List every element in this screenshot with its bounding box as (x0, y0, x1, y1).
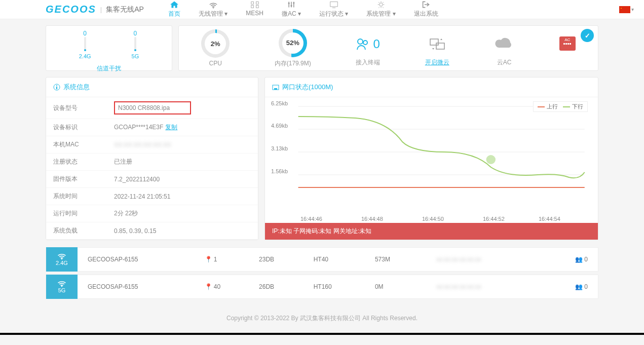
metric-mem-label: 内存(179.9M) (275, 59, 311, 68)
svg-rect-18 (56, 87, 57, 89)
wifi-mac: xx:xx:xx:xx:xx:xx (433, 256, 550, 263)
logout-icon (421, 1, 431, 9)
wifi-row-24g[interactable]: 2.4G GECOOSAP-6155 📍 1 23DB HT40 573M xx… (46, 247, 598, 272)
svg-rect-4 (256, 6, 258, 8)
metric-microcloud[interactable]: 开启微云 (425, 30, 449, 67)
copy-link[interactable]: 复制 (165, 124, 177, 131)
sliders-icon (286, 1, 296, 9)
microcloud-link[interactable]: 开启微云 (425, 58, 449, 67)
sysinfo-devid-key: 设备标识 (46, 119, 107, 136)
metric-ac[interactable]: AC (559, 30, 576, 66)
svg-rect-20 (274, 88, 277, 90)
interf-title: 信道干扰 (97, 64, 121, 73)
wifi-list: 2.4G GECOOSAP-6155 📍 1 23DB HT40 573M xx… (46, 247, 598, 299)
metrics-card: ✓ 2% CPU 52% 内存(179.9M) 0 接入终端 开启微云 (178, 25, 598, 71)
metric-cloudac-label: 云AC (494, 58, 514, 67)
port-icon (272, 84, 279, 91)
flag-cn-icon (619, 6, 630, 13)
sysinfo-model-val: N3000 CR8808.ipa (107, 97, 258, 119)
y-tick-3: 1.56kb (271, 168, 288, 174)
nav-microac-label: 微AC ▾ (282, 10, 301, 17)
wifi-users: 👥 0 (550, 256, 598, 263)
nav-wireless[interactable]: 无线管理 ▾ (190, 1, 237, 18)
nav-mesh[interactable]: MESH (237, 1, 273, 18)
channel-interference-card: 0 2.4G 0 5G 信道干扰 (46, 25, 172, 71)
sysinfo-devid-val: GCOAP****14E3F复制 (107, 119, 258, 136)
cpu-donut: 2% (201, 29, 230, 58)
wifi-icon (208, 1, 218, 9)
y-tick-0: 6.25kb (271, 100, 288, 106)
home-icon (169, 1, 179, 9)
svg-rect-14 (430, 39, 438, 45)
x-tick-1: 16:44:48 (361, 216, 383, 222)
nav-logout[interactable]: 退出系统 (405, 1, 447, 18)
chevron-down-icon: ▾ (631, 7, 634, 12)
mesh-icon (250, 1, 260, 9)
metric-clients[interactable]: 0 接入终端 (356, 30, 380, 67)
interf-24g-bar (84, 37, 86, 51)
users-icon (356, 37, 371, 51)
sysinfo-load-val: 0.85, 0.39, 0.15 (107, 222, 258, 240)
nav-home[interactable]: 首页 (159, 1, 190, 18)
brand-subtitle: 集客无线AP (106, 5, 144, 14)
metric-cpu-label: CPU (201, 60, 230, 67)
ac-badge-icon: AC (559, 36, 576, 51)
metric-ac-label (559, 59, 576, 66)
monitor-icon (329, 1, 339, 9)
svg-rect-1 (251, 2, 253, 4)
sysinfo-load-key: 系统负载 (46, 222, 107, 240)
brand-separator: | (100, 6, 102, 13)
sysinfo-reg-key: 注册状态 (46, 154, 107, 171)
wifi-rate: 0M (372, 283, 433, 290)
interf-24g-label: 2.4G (79, 53, 91, 59)
svg-rect-10 (619, 6, 630, 13)
netstat-status: IP:未知 子网掩码:未知 网关地址:未知 (265, 223, 598, 240)
svg-point-12 (358, 39, 363, 44)
wifi-channel: 📍 40 (202, 283, 256, 290)
nav-sysmgmt-label: 系统管理 ▾ (366, 10, 395, 17)
user-icon: 👥 (575, 256, 583, 263)
svg-point-28 (61, 286, 63, 287)
wifi-ssid: GECOOSAP-6155 (78, 256, 202, 263)
chart-svg (267, 101, 590, 198)
wifi-mac: xx:xx:xx:xx:xx:xx (433, 283, 550, 290)
y-tick-1: 4.69kb (271, 123, 288, 129)
svg-rect-15 (436, 43, 444, 49)
chart-marker (486, 155, 496, 164)
wifi-ht: HT40 (311, 256, 372, 263)
x-tick-0: 16:44:46 (300, 216, 322, 222)
interf-5g-bar (134, 37, 136, 51)
nav-runstate[interactable]: 运行状态 ▾ (310, 1, 357, 18)
sysinfo-time-val: 2022-11-24 21:05:51 (107, 188, 258, 205)
wifi-row-5g[interactable]: 5G GECOOSAP-6155 📍 40 26DB HT160 0M xx:x… (46, 275, 598, 299)
x-tick-2: 16:44:50 (422, 216, 444, 222)
nav-microac[interactable]: 微AC ▾ (273, 1, 310, 18)
wifi-db: 26DB (256, 283, 311, 290)
sync-icon (428, 37, 446, 51)
wifi-badge-24g: 2.4G (46, 247, 78, 272)
y-tick-2: 3.13kb (271, 145, 288, 151)
metric-cloudac[interactable]: 云AC (494, 30, 514, 67)
sysinfo-model-key: 设备型号 (46, 97, 107, 119)
check-badge-icon[interactable]: ✓ (581, 29, 594, 42)
wifi-db: 23DB (256, 256, 311, 263)
svg-point-17 (56, 85, 57, 86)
nav-sysmgmt[interactable]: 系统管理 ▾ (357, 1, 404, 18)
netstat-panel: 网口状态(1000M) 上行 下行 (264, 77, 598, 240)
metric-memory: 52% 内存(179.9M) (275, 29, 311, 68)
svg-rect-8 (330, 2, 337, 7)
svg-rect-2 (256, 2, 258, 4)
x-tick-4: 16:44:54 (539, 216, 560, 222)
clients-count: 0 (373, 37, 380, 51)
language-switch[interactable]: ▾ (619, 6, 634, 13)
topbar: GECOOS | 集客无线AP 首页 无线管理 ▾ MESH 微AC ▾ 运行状… (0, 0, 644, 19)
nav-runstate-label: 运行状态 ▾ (319, 10, 348, 17)
chart-legend: 上行 下行 (533, 101, 588, 112)
sysinfo-mac-key: 本机MAC (46, 136, 107, 154)
user-icon: 👥 (575, 283, 583, 290)
sysinfo-mac-val: XX:XX:XX:XX:XX:XX (107, 136, 258, 154)
nav-logout-label: 退出系统 (414, 10, 438, 17)
wifi-channel: 📍 1 (202, 256, 256, 263)
svg-point-5 (288, 3, 289, 4)
wifi-users: 👥 0 (550, 283, 598, 290)
